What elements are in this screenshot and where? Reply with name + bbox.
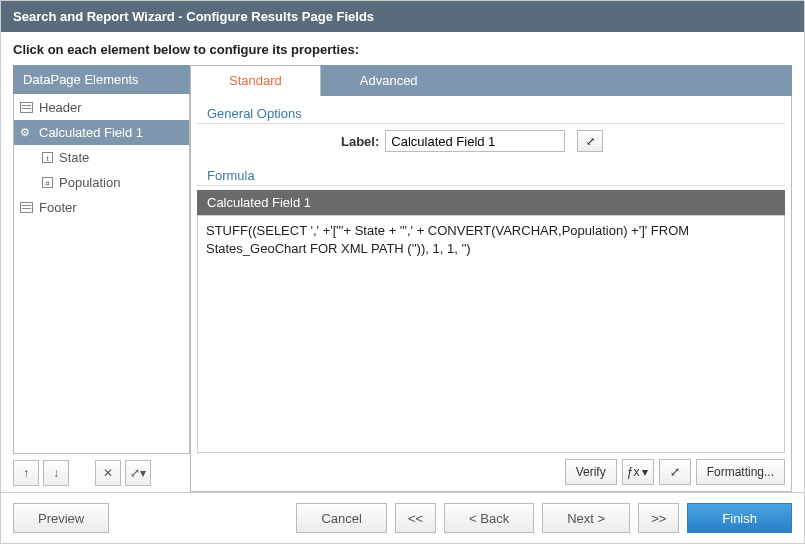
left-toolbar: ↑ ↓ ✕ ⤢▾: [13, 454, 190, 492]
tree-item-header[interactable]: Header: [14, 95, 189, 120]
tree-item-state[interactable]: t State: [14, 145, 189, 170]
general-options-section: General Options: [197, 96, 785, 124]
content-area: DataPage Elements Header Calculated Fiel…: [1, 65, 804, 492]
tree-item-footer[interactable]: Footer: [14, 195, 189, 220]
preview-button[interactable]: Preview: [13, 503, 109, 533]
instruction-text: Click on each element below to configure…: [1, 32, 804, 65]
insert-icon: ⤢▾: [130, 466, 146, 480]
tab-body: General Options Label: ⤢ Formula Calcula…: [190, 96, 792, 492]
formula-section: Formula: [197, 158, 785, 186]
formatting-button[interactable]: Formatting...: [696, 459, 785, 485]
wizard-window: Search and Report Wizard - Configure Res…: [0, 0, 805, 544]
finish-button[interactable]: Finish: [687, 503, 792, 533]
move-up-button[interactable]: ↑: [13, 460, 39, 486]
fx-button[interactable]: ƒx▾: [622, 459, 654, 485]
first-page-button[interactable]: <<: [395, 503, 436, 533]
right-panel: Standard Advanced General Options Label:…: [190, 65, 792, 492]
expand-icon: ⤢: [670, 465, 680, 479]
label-row: Label: ⤢: [191, 124, 791, 158]
tab-filler: [457, 65, 792, 96]
move-down-button[interactable]: ↓: [43, 460, 69, 486]
close-icon: ✕: [103, 466, 113, 480]
formula-header: Calculated Field 1: [197, 190, 785, 215]
chevron-down-icon: ▾: [642, 465, 648, 479]
tree-label: Footer: [39, 200, 77, 215]
label-input[interactable]: [385, 130, 565, 152]
tabs: Standard Advanced: [190, 65, 792, 96]
formula-toolbar: Verify ƒx▾ ⤢ Formatting...: [191, 453, 791, 491]
arrow-up-icon: ↑: [23, 466, 29, 480]
arrow-down-icon: ↓: [53, 466, 59, 480]
expand-label-button[interactable]: ⤢: [577, 130, 603, 152]
section-icon: [20, 102, 33, 113]
tree-label: Population: [59, 175, 120, 190]
expand-icon: ⤢: [586, 135, 595, 148]
elements-tree: Header Calculated Field 1 t State # Popu…: [13, 94, 190, 454]
window-title: Search and Report Wizard - Configure Res…: [1, 1, 804, 32]
verify-button[interactable]: Verify: [565, 459, 617, 485]
next-button[interactable]: Next >: [542, 503, 630, 533]
back-button[interactable]: < Back: [444, 503, 534, 533]
tree-label: State: [59, 150, 89, 165]
fx-icon: ƒx: [627, 465, 640, 479]
delete-button[interactable]: ✕: [95, 460, 121, 486]
tree-label: Header: [39, 100, 82, 115]
insert-button[interactable]: ⤢▾: [125, 460, 151, 486]
tab-advanced[interactable]: Advanced: [321, 65, 457, 96]
number-field-icon: #: [42, 177, 53, 188]
footer-bar: Preview Cancel << < Back Next > >> Finis…: [1, 492, 804, 543]
last-page-button[interactable]: >>: [638, 503, 679, 533]
section-icon: [20, 202, 33, 213]
calc-icon: [20, 127, 33, 138]
tab-standard[interactable]: Standard: [190, 65, 321, 96]
cancel-button[interactable]: Cancel: [296, 503, 386, 533]
text-field-icon: t: [42, 152, 53, 163]
tree-item-calculated-field-1[interactable]: Calculated Field 1: [14, 120, 189, 145]
formula-body[interactable]: STUFF((SELECT ',' +'["'+ State + '",' + …: [197, 215, 785, 453]
left-panel: DataPage Elements Header Calculated Fiel…: [13, 65, 190, 492]
datapage-elements-header: DataPage Elements: [13, 65, 190, 94]
expand-formula-button[interactable]: ⤢: [659, 459, 691, 485]
tree-item-population[interactable]: # Population: [14, 170, 189, 195]
label-caption: Label:: [341, 134, 379, 149]
tree-label: Calculated Field 1: [39, 125, 143, 140]
